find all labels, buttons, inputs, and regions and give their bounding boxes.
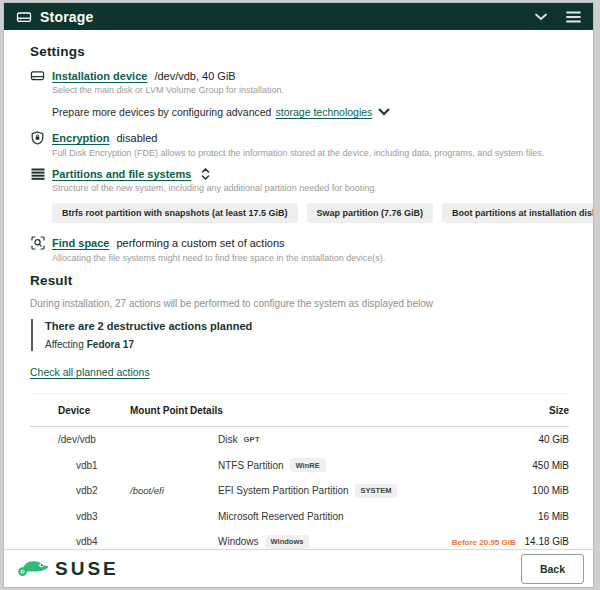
- encryption-description: Full Disk Encryption (FDE) allows to pro…: [52, 148, 569, 158]
- table-body: /dev/vdb Disk GPT 40 GiB vdb1 NTFS Parti…: [30, 427, 569, 549]
- affecting-prefix: Affecting: [45, 339, 84, 350]
- table-row: vdb4 Windows Windows Before 20.95 GiB 14…: [30, 529, 569, 549]
- header-details: Details: [190, 405, 449, 416]
- btrfs-root-chip[interactable]: Btrfs root partition with snapshots (at …: [52, 203, 298, 223]
- find-space-magnifier-icon: [30, 236, 45, 250]
- details-text: NTFS Partition: [218, 460, 284, 471]
- result-table: Device Mount Point Details Size /dev/vdb…: [30, 393, 569, 549]
- installation-device-section: Installation device /dev/vdb, 40 GiB Sel…: [30, 69, 569, 118]
- device-name: vdb2: [30, 485, 98, 496]
- page-title: Storage: [40, 9, 94, 25]
- check-planned-actions-link[interactable]: Check all planned actions: [30, 366, 150, 378]
- encryption-value: disabled: [116, 132, 157, 144]
- table-row: vdb1 NTFS Partition WinRE 450 MiB: [30, 453, 569, 479]
- hard-drive-icon: [30, 69, 45, 82]
- device-name: /dev/vdb: [30, 434, 96, 445]
- details-text: Disk: [218, 434, 237, 445]
- affecting-target: Fedora 17: [87, 339, 134, 350]
- size-value: 16 MiB: [538, 511, 569, 522]
- chevron-down-icon[interactable]: [378, 108, 390, 116]
- size-value: 450 MiB: [532, 460, 569, 471]
- details-text: EFI System Partition Partition: [218, 485, 349, 496]
- details-text: Windows: [218, 536, 259, 547]
- partition-chips: Btrfs root partition with snapshots (at …: [52, 203, 569, 223]
- table-row: vdb3 Microsoft Reserved Partition 16 MiB: [30, 504, 569, 530]
- prepare-devices-text: Prepare more devices by configuring adva…: [52, 106, 271, 118]
- sort-chevrons-icon[interactable]: [198, 168, 213, 180]
- swap-partition-chip[interactable]: Swap partition (7.76 GiB): [307, 203, 434, 223]
- back-button[interactable]: Back: [521, 554, 584, 584]
- settings-heading: Settings: [30, 44, 569, 59]
- table-row: /dev/vdb Disk GPT 40 GiB: [30, 427, 569, 453]
- size-value: 14.18 GiB: [525, 536, 569, 547]
- size-value: 40 GiB: [538, 434, 569, 445]
- details-text: Microsoft Reserved Partition: [218, 511, 344, 522]
- installation-device-description: Select the main disk or LVM Volume Group…: [52, 85, 569, 95]
- find-space-section: Find space performing a custom set of ac…: [30, 236, 569, 263]
- prepare-devices-line: Prepare more devices by configuring adva…: [52, 106, 569, 118]
- suse-wordmark: SUSE: [55, 558, 119, 580]
- boot-partitions-chip[interactable]: Boot partitions at installation disk: [442, 203, 593, 223]
- storage-drive-icon: [16, 10, 32, 24]
- mount-point: /boot/efi: [130, 485, 164, 496]
- partitions-link[interactable]: Partitions and file systems: [52, 168, 191, 180]
- header-device: Device: [30, 405, 130, 416]
- resize-note: Before 20.95 GiB: [452, 538, 516, 547]
- partition-badge: Windows: [265, 535, 310, 549]
- shield-lock-icon: [30, 131, 45, 145]
- partitions-section: Partitions and file systems Structure of…: [30, 168, 569, 223]
- destructive-actions-alert: There are 2 destructive actions planned …: [31, 319, 569, 351]
- size-value: 100 MiB: [532, 485, 569, 496]
- footer-bar: SUSE Back: [4, 549, 593, 587]
- device-name: vdb4: [30, 536, 98, 547]
- partition-badge: WinRE: [290, 458, 326, 472]
- device-name: vdb3: [30, 511, 98, 522]
- find-space-description: Allocating the file systems might need t…: [52, 253, 569, 263]
- chevron-down-icon[interactable]: [534, 12, 548, 21]
- table-header-row: Device Mount Point Details Size: [30, 394, 569, 427]
- encryption-link[interactable]: Encryption: [52, 132, 109, 144]
- partitions-description: Structure of the new system, including a…: [52, 183, 569, 193]
- header-size: Size: [449, 405, 569, 416]
- header-mount-point: Mount Point: [130, 403, 190, 418]
- find-space-value: performing a custom set of actions: [116, 237, 284, 249]
- encryption-section: Encryption disabled Full Disk Encryption…: [30, 131, 569, 158]
- hamburger-menu-icon[interactable]: [566, 11, 581, 23]
- header-bar: Storage: [4, 3, 593, 30]
- app-window: Storage Settings: [3, 2, 594, 588]
- partition-badge: SYSTEM: [355, 484, 398, 498]
- result-heading: Result: [30, 273, 569, 288]
- partitions-list-icon: [30, 168, 45, 180]
- alert-title: There are 2 destructive actions planned: [45, 320, 569, 332]
- main-content: Settings Installation device /dev/vdb, 4…: [4, 30, 593, 549]
- storage-technologies-link[interactable]: storage technologies: [275, 106, 372, 118]
- find-space-link[interactable]: Find space: [52, 237, 109, 249]
- result-intro-text: During installation, 27 actions will be …: [30, 298, 569, 309]
- partition-table-tag: GPT: [243, 435, 259, 444]
- device-name: vdb1: [30, 460, 98, 471]
- installation-device-link[interactable]: Installation device: [52, 70, 147, 82]
- suse-brand: SUSE: [17, 556, 119, 582]
- alert-affecting-line: AffectingFedora 17: [45, 339, 569, 350]
- table-row: vdb2 /boot/efi EFI System Partition Part…: [30, 478, 569, 504]
- installation-device-value: /dev/vdb, 40 GiB: [154, 70, 235, 82]
- suse-chameleon-logo-icon: [17, 556, 50, 582]
